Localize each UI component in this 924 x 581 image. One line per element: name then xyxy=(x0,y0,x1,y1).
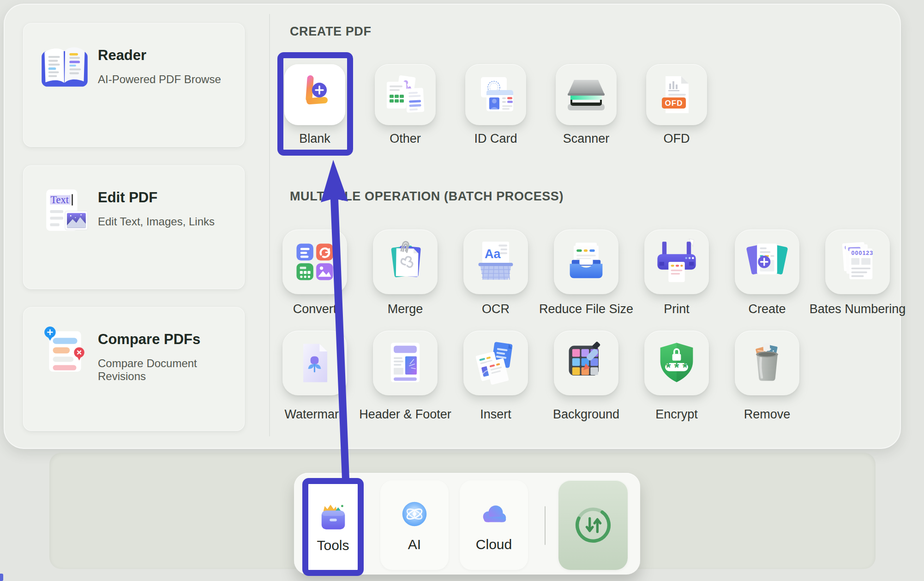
bates-numbering-icon: 000123 xyxy=(834,238,882,286)
remove-icon xyxy=(743,339,791,387)
tile-label-bates-numbering: Bates Numbering xyxy=(810,302,906,316)
reader-card[interactable]: Reader AI-Powered PDF Browse xyxy=(23,23,245,147)
dock-label-cloud: Cloud xyxy=(476,537,512,552)
tile-cell-scanner: Scanner xyxy=(535,64,637,146)
ai-icon xyxy=(398,498,431,530)
tile-bates-numbering[interactable]: 000123 xyxy=(825,230,890,294)
tile-label-id-card: ID Card xyxy=(474,132,517,146)
encrypt-icon: * * * xyxy=(653,339,701,387)
merge-icon xyxy=(381,238,429,286)
scanner-icon xyxy=(563,72,609,118)
tile-cell-other: Other xyxy=(354,64,456,146)
tile-blank[interactable] xyxy=(284,64,345,125)
tile-cell-watermark: Watermark xyxy=(264,331,366,422)
tile-watermark[interactable] xyxy=(282,331,347,395)
tile-ofd[interactable]: OFD xyxy=(646,64,707,125)
tile-cell-id-card: ID Card xyxy=(445,64,546,146)
tile-create[interactable] xyxy=(735,230,799,294)
tile-label-remove: Remove xyxy=(744,407,791,422)
tile-cell-insert: Insert xyxy=(445,331,546,422)
tile-label-header-footer: Header & Footer xyxy=(359,407,451,422)
create-icon xyxy=(743,238,791,286)
edit-pdf-icon: Text xyxy=(39,183,90,235)
tile-cell-blank: Blank xyxy=(264,64,366,146)
sync-arrows-icon xyxy=(570,502,616,548)
ocr-icon: Aa xyxy=(472,238,520,286)
dock-item-ai[interactable]: AI xyxy=(380,480,449,570)
svg-text:Aa: Aa xyxy=(485,247,501,261)
tile-cell-ofd: OFD OFD xyxy=(626,64,727,146)
svg-text:OFD: OFD xyxy=(665,99,683,108)
tile-cell-encrypt: * * * Encrypt xyxy=(626,331,727,422)
tile-ocr[interactable]: Aa xyxy=(463,230,528,294)
insert-icon xyxy=(472,339,520,387)
tile-label-ofd: OFD xyxy=(664,132,690,146)
tile-insert[interactable] xyxy=(463,331,528,395)
tile-label-reduce-file-size: Reduce File Size xyxy=(539,302,633,316)
tile-encrypt[interactable]: * * * xyxy=(644,331,709,395)
tile-label-blank: Blank xyxy=(299,132,330,146)
tile-header-footer[interactable] xyxy=(373,331,438,395)
tile-remove[interactable] xyxy=(735,331,799,395)
compare-pdfs-icon xyxy=(39,324,90,375)
svg-text:000123: 000123 xyxy=(851,250,873,256)
tile-merge[interactable] xyxy=(373,230,438,294)
tile-cell-bates-numbering: 000123 Bates Numbering xyxy=(798,230,918,316)
cloud-icon xyxy=(478,498,510,530)
tile-scanner[interactable] xyxy=(556,64,617,125)
compare-pdfs-card[interactable]: Compare PDFs Compare Document Revisions xyxy=(23,307,245,431)
tile-cell-reduce-file-size: Reduce File Size xyxy=(535,230,637,316)
tile-label-watermark: Watermark xyxy=(284,407,345,422)
tile-label-merge: Merge xyxy=(388,302,423,316)
edit-pdf-card-title: Edit PDF xyxy=(98,189,157,206)
tile-cell-ocr: Aa OCR xyxy=(445,230,546,316)
tile-id-card[interactable] xyxy=(465,64,526,125)
tile-label-convert: Convert xyxy=(293,302,337,316)
multi-file-header: MULTI-FILE OPERATION (BATCH PROCESS) xyxy=(290,189,564,204)
blank-icon xyxy=(293,73,337,117)
dock-item-tools[interactable]: Tools xyxy=(302,478,364,576)
tile-label-ocr: OCR xyxy=(482,302,510,316)
reader-book-icon xyxy=(39,43,90,89)
tile-cell-print: Print xyxy=(626,230,727,316)
tile-label-scanner: Scanner xyxy=(563,132,610,146)
header-footer-icon xyxy=(381,339,429,387)
tile-cell-remove: Remove xyxy=(716,331,818,422)
compare-pdfs-card-subtitle: Compare Document Revisions xyxy=(98,357,245,383)
dock-label-ai: AI xyxy=(408,537,421,552)
tile-label-print: Print xyxy=(664,302,690,316)
tile-cell-convert: Convert xyxy=(264,230,366,316)
tile-label-create: Create xyxy=(748,302,786,316)
tile-cell-header-footer: Header & Footer xyxy=(354,331,456,422)
tile-print[interactable] xyxy=(644,230,709,294)
reader-card-subtitle: AI-Powered PDF Browse xyxy=(98,73,221,86)
tile-label-insert: Insert xyxy=(480,407,511,422)
edit-pdf-card[interactable]: Text Edit PDF Edit Text, Images, Links xyxy=(23,165,245,289)
id-card-icon xyxy=(473,72,519,118)
svg-text:Text: Text xyxy=(50,194,69,206)
tile-background[interactable] xyxy=(554,331,618,395)
tile-label-other: Other xyxy=(390,132,421,146)
reduce-file-size-icon xyxy=(562,238,610,286)
tile-cell-background: Background xyxy=(535,331,637,422)
tile-convert[interactable] xyxy=(282,230,347,294)
create-pdf-header: CREATE PDF xyxy=(290,24,372,39)
tools-icon xyxy=(317,501,349,533)
compare-pdfs-card-title: Compare PDFs xyxy=(98,331,200,348)
dock-divider xyxy=(545,506,546,545)
convert-icon xyxy=(291,238,339,286)
svg-text:* * *: * * * xyxy=(666,361,688,375)
screen-edge-accent xyxy=(0,574,3,581)
dock-label-tools: Tools xyxy=(317,538,349,553)
tile-label-background: Background xyxy=(553,407,619,422)
reader-card-title: Reader xyxy=(98,47,146,64)
tile-cell-merge: Merge xyxy=(354,230,456,316)
print-icon xyxy=(653,238,701,286)
sync-button[interactable] xyxy=(558,480,628,570)
watermark-icon xyxy=(291,339,339,387)
tile-reduce-file-size[interactable] xyxy=(554,230,618,294)
background-icon xyxy=(562,339,610,387)
other-files-icon xyxy=(382,72,428,118)
tile-other[interactable] xyxy=(375,64,436,125)
dock-item-cloud[interactable]: Cloud xyxy=(460,480,528,570)
